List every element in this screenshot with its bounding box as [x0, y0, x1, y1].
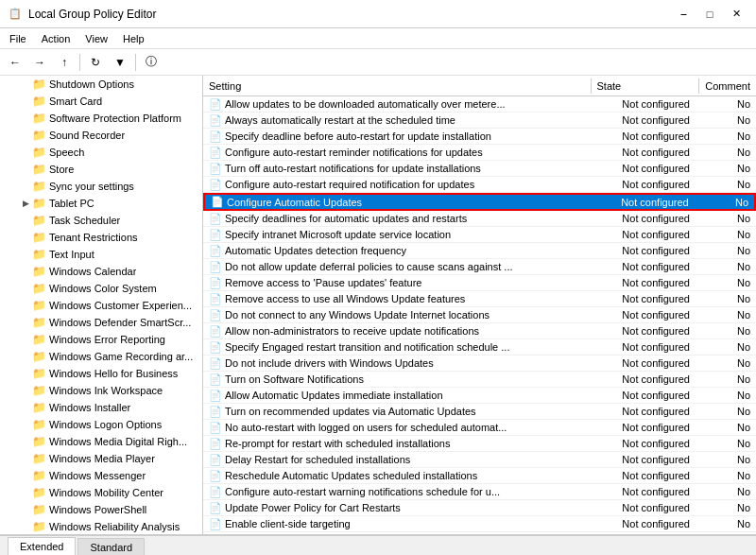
filter-button[interactable]: ▼: [109, 52, 131, 73]
folder-icon: 📁: [32, 197, 46, 210]
setting-icon: 📄: [211, 196, 224, 208]
tree-item[interactable]: 📁Windows Customer Experien...: [0, 297, 202, 314]
table-row[interactable]: 📄Configure auto-restart warning notifica…: [203, 484, 756, 500]
tab-extended[interactable]: Extended: [8, 537, 76, 555]
tree-item[interactable]: 📁Sync your settings: [0, 178, 202, 195]
table-row[interactable]: 📄Configure auto-restart required notific…: [203, 177, 756, 193]
tree-item[interactable]: 📁Windows PowerShell: [0, 501, 202, 518]
cell-state: Not configured: [616, 421, 731, 434]
table-row[interactable]: 📄Enable client-side targetingNot configu…: [203, 516, 756, 532]
tree-item[interactable]: 📁Windows Media Digital Righ...: [0, 433, 202, 450]
window-controls: ‒ □ ✕: [671, 5, 748, 24]
cell-comment: No: [731, 356, 756, 370]
tree-item-label: Windows Messenger: [49, 470, 146, 481]
cell-state: Not configured: [616, 453, 731, 466]
tree-item[interactable]: 📁Windows Error Reporting: [0, 331, 202, 348]
tree-item[interactable]: 📁Sound Recorder: [0, 127, 202, 144]
table-row[interactable]: 📄Turn on recommended updates via Automat…: [203, 404, 756, 420]
expand-arrow-icon[interactable]: ▶: [19, 199, 32, 208]
refresh-button[interactable]: ↻: [84, 52, 107, 73]
table-row[interactable]: 📄Do not connect to any Windows Update In…: [203, 307, 756, 323]
table-row[interactable]: 📄Configure Automatic UpdatesNot configur…: [203, 193, 756, 211]
table-row[interactable]: 📄Do not allow update deferral policies t…: [203, 259, 756, 275]
table-row[interactable]: 📄Automatic Updates detection frequencyNo…: [203, 243, 756, 259]
main-area: 📁Shutdown Options📁Smart Card📁Software Pr…: [0, 76, 756, 534]
tree-item[interactable]: 📁Windows Hello for Business: [0, 365, 202, 382]
tree-item[interactable]: 📁Windows Media Player: [0, 450, 202, 467]
tree-item[interactable]: 📁Text Input: [0, 246, 202, 263]
tree-item[interactable]: 📁Windows Game Recording ar...: [0, 348, 202, 365]
tree-item[interactable]: 📁Software Protection Platform: [0, 110, 202, 127]
tree-item-label: Windows Media Digital Righ...: [49, 436, 187, 447]
tree-item-label: Store: [49, 164, 74, 175]
tree-item[interactable]: 📁Windows Messenger: [0, 467, 202, 484]
up-button[interactable]: ↑: [53, 52, 76, 73]
menu-help[interactable]: Help: [117, 31, 150, 46]
back-button[interactable]: ←: [4, 52, 26, 73]
setting-text: Turn on Software Notifications: [225, 373, 364, 385]
table-row[interactable]: 📄Specify intranet Microsoft update servi…: [203, 227, 756, 243]
cell-setting: 📄Specify deadlines for automatic updates…: [203, 212, 616, 226]
menu-view[interactable]: View: [79, 31, 113, 46]
maximize-button[interactable]: □: [697, 5, 722, 24]
setting-icon: 📄: [209, 179, 222, 191]
table-row[interactable]: 📄Specify deadline before auto-restart fo…: [203, 129, 756, 145]
tree-item[interactable]: 📁Task Scheduler: [0, 212, 202, 229]
table-row[interactable]: 📄Always automatically restart at the sch…: [203, 113, 756, 129]
table-row[interactable]: 📄Re-prompt for restart with scheduled in…: [203, 436, 756, 452]
cell-comment: No: [731, 501, 756, 514]
tree-item[interactable]: 📁Windows Defender SmartScr...: [0, 314, 202, 331]
tree-item[interactable]: ▶📁Tablet PC: [0, 195, 202, 212]
tree-item-label: Software Protection Platform: [49, 113, 181, 124]
table-row[interactable]: 📄Allow Automatic Updates immediate insta…: [203, 388, 756, 404]
table-row[interactable]: 📄No auto-restart with logged on users fo…: [203, 420, 756, 436]
setting-text: Update Power Policy for Cart Restarts: [225, 502, 401, 513]
tree-item[interactable]: 📁Windows Ink Workspace: [0, 382, 202, 399]
table-row[interactable]: 📄Remove access to 'Pause updates' featur…: [203, 275, 756, 291]
table-row[interactable]: 📄Turn on Software NotificationsNot confi…: [203, 372, 756, 388]
table-row[interactable]: 📄Update Power Policy for Cart RestartsNo…: [203, 500, 756, 516]
table-row[interactable]: 📄Specify deadlines for automatic updates…: [203, 211, 756, 227]
minimize-button[interactable]: ‒: [671, 5, 696, 24]
cell-setting: 📄Enable client-side targeting: [203, 517, 616, 531]
cell-setting: 📄Remove access to use all Windows Update…: [203, 292, 616, 306]
cell-state: Not configured: [616, 276, 731, 289]
tree-item[interactable]: 📁Windows Color System: [0, 280, 202, 297]
tree-item-label: Task Scheduler: [49, 215, 120, 226]
setting-text: Reschedule Automatic Updates scheduled i…: [225, 470, 477, 481]
tree-item[interactable]: 📁Windows Logon Options: [0, 416, 202, 433]
table-row[interactable]: 📄Remove access to use all Windows Update…: [203, 291, 756, 307]
cell-setting: 📄Reschedule Automatic Updates scheduled …: [203, 469, 616, 483]
table-row[interactable]: 📄Configure auto-restart reminder notific…: [203, 145, 756, 161]
tab-standard[interactable]: Standard: [77, 538, 145, 555]
tree-item[interactable]: 📁Store: [0, 161, 202, 178]
table-row[interactable]: 📄Reschedule Automatic Updates scheduled …: [203, 468, 756, 484]
table-row[interactable]: 📄Do not include drivers with Windows Upd…: [203, 356, 756, 372]
table-row[interactable]: 📄Specify Engaged restart transition and …: [203, 339, 756, 356]
setting-icon: 📄: [209, 470, 222, 482]
close-button[interactable]: ✕: [724, 5, 748, 24]
table-row[interactable]: 📄Allow updates to be downloaded automati…: [203, 96, 756, 113]
table-row[interactable]: 📄Delay Restart for scheduled installatio…: [203, 452, 756, 468]
tree-item[interactable]: 📁Windows Installer: [0, 399, 202, 416]
tree-panel: 📁Shutdown Options📁Smart Card📁Software Pr…: [0, 76, 203, 534]
menu-action[interactable]: Action: [36, 31, 77, 46]
folder-icon: 📁: [32, 316, 46, 329]
tree-item[interactable]: 📁Shutdown Options: [0, 76, 202, 93]
tree-item[interactable]: 📁Windows Calendar: [0, 263, 202, 280]
forward-button[interactable]: →: [28, 52, 51, 73]
table-row[interactable]: 📄Allow signed updates from an intranet M…: [203, 532, 756, 534]
help-button[interactable]: ⓘ: [140, 52, 163, 73]
cell-setting: 📄Allow non-administrators to receive upd…: [203, 324, 616, 338]
cell-comment: No: [730, 196, 754, 209]
menu-file[interactable]: File: [4, 31, 32, 46]
cell-comment: No: [731, 340, 756, 354]
table-row[interactable]: 📄Allow non-administrators to receive upd…: [203, 323, 756, 339]
tree-item-label: Windows Customer Experien...: [49, 300, 192, 311]
tree-item[interactable]: 📁Windows Mobility Center: [0, 484, 202, 501]
table-row[interactable]: 📄Turn off auto-restart notifications for…: [203, 161, 756, 177]
tree-item[interactable]: 📁Windows Reliability Analysis: [0, 518, 202, 534]
tree-item[interactable]: 📁Tenant Restrictions: [0, 229, 202, 246]
tree-item[interactable]: 📁Smart Card: [0, 93, 202, 110]
tree-item[interactable]: 📁Speech: [0, 144, 202, 161]
